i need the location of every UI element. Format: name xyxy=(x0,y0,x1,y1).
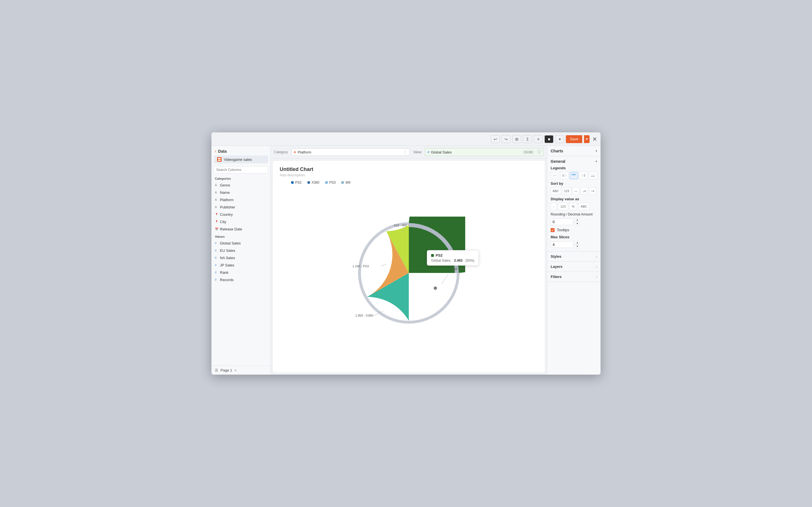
modal-container: ↩ ↪ ⊞ Σ ≡ ■ ▾ Save ▾ ✕ ‹ Data Videogame … xyxy=(211,132,601,375)
undo-button[interactable]: ↩ xyxy=(491,135,500,143)
legend-bottom-icon xyxy=(591,174,595,177)
display-value-subtitle: Display value as xyxy=(551,197,597,201)
rank-label: Rank xyxy=(220,270,261,275)
layers-row[interactable]: Layers › xyxy=(547,262,601,272)
save-button[interactable]: Save xyxy=(566,135,582,143)
filter-button[interactable]: ≡ xyxy=(534,135,543,143)
general-title: General xyxy=(551,159,565,164)
category-more-icon[interactable]: ⋮ xyxy=(403,150,407,154)
max-slices-subtitle: Max Slices xyxy=(551,235,597,239)
max-slices-spinners: ▲ ▼ xyxy=(575,241,580,248)
rounding-up-btn[interactable]: ▲ xyxy=(575,218,580,222)
svg-rect-7 xyxy=(581,174,583,177)
col-release-date[interactable]: 📅 Release Date ⋮ xyxy=(211,225,270,233)
categories-title: Categories xyxy=(211,175,270,181)
legend-opt-none[interactable] xyxy=(551,172,559,179)
sort-opt-abc[interactable]: ABC xyxy=(551,187,561,194)
col-na-sales[interactable]: # NA Sales ⋮ xyxy=(211,254,270,262)
color-button[interactable]: ■ xyxy=(545,135,553,143)
columns-scroll: Categories A Genre ⋮ A Name ⋮ A Platform… xyxy=(211,175,270,365)
legend-opt-top[interactable] xyxy=(570,172,578,179)
display-opt-abc[interactable]: ABC xyxy=(578,203,590,210)
eu-sales-type-icon: # xyxy=(215,249,218,252)
charts-chevron: ▾ xyxy=(596,149,597,153)
display-opt-number[interactable]: 123 xyxy=(558,203,568,210)
datasource-icon xyxy=(217,157,221,162)
back-button[interactable]: ‹ xyxy=(215,149,216,154)
svg-rect-1 xyxy=(218,160,221,161)
value-type-badge: # xyxy=(427,151,429,154)
tooltip-metric-label: Global Sales: xyxy=(431,259,451,263)
legend-opt-right[interactable] xyxy=(579,172,588,179)
filters-chevron: › xyxy=(596,275,597,279)
general-header[interactable]: General ▾ xyxy=(551,159,597,164)
col-global-sales[interactable]: # Global Sales ⋮ xyxy=(211,239,270,247)
publisher-label: Publisher xyxy=(220,205,261,209)
filters-row[interactable]: Filters › xyxy=(547,272,601,282)
rounding-input[interactable] xyxy=(551,219,573,225)
country-label: Country xyxy=(220,212,261,217)
max-slices-down-btn[interactable]: ▼ xyxy=(575,245,580,248)
add-page-btn[interactable]: + xyxy=(234,368,237,372)
pie-chart[interactable]: 2.460 - PS2 1.850 - X360 1.240 - PS3 632… xyxy=(352,217,465,329)
search-input[interactable] xyxy=(214,166,268,173)
max-slices-up-btn[interactable]: ▲ xyxy=(575,241,580,244)
sort-opt-asc[interactable]: ↑≡ xyxy=(589,187,596,194)
na-sales-label: NA Sales xyxy=(220,256,261,260)
panel-header: ‹ Data xyxy=(211,146,270,156)
category-field[interactable]: A Platform ⋮ xyxy=(291,149,410,156)
col-records[interactable]: # Records ⋮ xyxy=(211,276,270,283)
close-button[interactable]: ✕ xyxy=(592,136,597,143)
charts-header[interactable]: Charts ▾ xyxy=(551,149,597,153)
sigma-button[interactable]: Σ xyxy=(523,135,532,143)
sort-opt-desc[interactable]: ↓≡ xyxy=(580,187,588,194)
sort-opt-123[interactable]: 123 xyxy=(562,187,571,194)
values-title: Values xyxy=(211,233,270,239)
styles-row[interactable]: Styles › xyxy=(547,251,601,262)
name-label: Name xyxy=(220,190,261,194)
max-slices-input[interactable] xyxy=(551,241,573,248)
save-dropdown-button[interactable]: ▾ xyxy=(584,135,590,143)
pie-tooltip: PS2 Global Sales: 2.463 (50%) xyxy=(427,250,478,266)
rounding-down-btn[interactable]: ▼ xyxy=(575,222,580,226)
table-button[interactable]: ⊞ xyxy=(512,135,521,143)
menu-icon-btn[interactable]: ☰ xyxy=(215,368,218,372)
col-country[interactable]: 📍 Country ⋮ xyxy=(211,211,270,218)
jp-sales-type-icon: # xyxy=(215,263,218,267)
label-ps2: 2.460 - PS2 xyxy=(450,267,465,271)
legend-none-icon xyxy=(553,174,557,177)
tooltip-value-row: Global Sales: 2.463 (50%) xyxy=(431,259,474,263)
datasource-item[interactable]: Videogame sales xyxy=(214,156,268,163)
svg-rect-4 xyxy=(564,174,566,177)
chart-description[interactable]: Add description xyxy=(280,173,538,177)
color-dropdown-button[interactable]: ▾ xyxy=(555,135,564,143)
max-slices-row: ▲ ▼ xyxy=(551,241,597,248)
styles-title: Styles xyxy=(551,255,561,259)
redo-button[interactable]: ↪ xyxy=(502,135,511,143)
legend-left-icon xyxy=(562,174,567,177)
rounding-subtitle: Rounding / Decimal Amount xyxy=(551,212,597,216)
legend-opt-left[interactable] xyxy=(560,172,569,179)
release-date-type-icon: 📅 xyxy=(215,228,218,231)
category-type-badge: A xyxy=(294,151,296,154)
legend-opt-bottom[interactable] xyxy=(589,172,597,179)
tooltips-checkbox[interactable] xyxy=(551,228,555,232)
col-genre[interactable]: A Genre ⋮ xyxy=(211,181,270,189)
rank-type-icon: # xyxy=(215,271,218,274)
col-eu-sales[interactable]: # EU Sales ⋮ xyxy=(211,247,270,254)
display-opt-percent[interactable]: % xyxy=(569,203,577,210)
value-info-icon[interactable]: ⓘ xyxy=(537,150,541,155)
col-jp-sales[interactable]: # JP Sales ⋮ xyxy=(211,262,270,269)
col-rank[interactable]: # Rank ⋮ xyxy=(211,269,270,276)
col-platform[interactable]: A Platform ⋮ xyxy=(211,196,270,203)
col-publisher[interactable]: A Publisher ⋮ xyxy=(211,203,270,211)
publisher-type-icon: A xyxy=(215,205,218,209)
col-name[interactable]: A Name ⋮ xyxy=(211,189,270,196)
col-city[interactable]: 📍 City ⋮ xyxy=(211,218,270,225)
value-field[interactable]: # Global Sales (SUM) ⓘ xyxy=(425,148,544,156)
city-label: City xyxy=(220,220,261,224)
sort-by-subtitle: Sort by xyxy=(551,181,597,186)
display-opt-none[interactable]: - xyxy=(551,203,557,210)
label-wii: 632 - WII xyxy=(394,224,407,227)
sort-opt-dash[interactable]: — xyxy=(572,187,579,194)
